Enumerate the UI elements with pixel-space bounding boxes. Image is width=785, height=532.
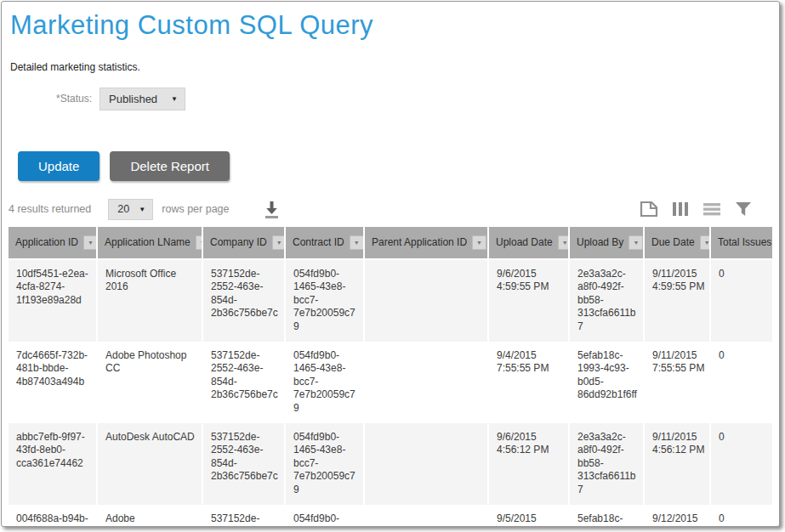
status-form-row: *Status: Published ▼ — [9, 88, 772, 110]
column-header: Total Issues▼ — [710, 227, 772, 259]
table-cell: 537152de-2552-463e-854d-2b36c756be7c — [202, 259, 285, 342]
table-cell: 054fd9b0-1465-43e8-bcc7-7e7b20059c79 — [285, 423, 364, 505]
table-cell: 9/4/2015 7:55:55 PM — [488, 342, 569, 423]
table-cell: 004f688a-b94b-4ccf-86de-e4b9cbbb9cde — [9, 505, 97, 527]
column-header: Due Date▼ — [644, 227, 710, 259]
table-cell: 9/6/2015 4:59:55 PM — [488, 259, 569, 342]
table-cell: 2e3a3a2c-a8f0-492f-bb58-313cfa6611b7 — [569, 259, 644, 342]
report-window: Marketing Custom SQL Query Detailed mark… — [1, 1, 780, 527]
results-bar-left: 4 results returned 20 ▼ rows per page — [9, 199, 282, 220]
chevron-down-icon: ▼ — [171, 95, 178, 103]
table-cell: 5efab18c-1993-4c93-b0d5-86dd92b1f6ff — [569, 342, 644, 423]
table-cell: Adobe Photoshop CC — [97, 342, 202, 423]
row-density-icon[interactable] — [703, 201, 721, 218]
column-header-label: Upload Date — [496, 236, 553, 248]
table-cell: 054fd9b0-1465-43e8-bcc7-7e7b20059c79 — [285, 342, 364, 423]
column-header: Application ID▼ — [9, 227, 97, 259]
table-cell: 10df5451-e2ea-4cfa-8274-1f193e89a28d — [9, 259, 97, 342]
table-cell: 9/6/2015 4:56:12 PM — [488, 423, 569, 505]
header-row: Application ID▼Application LName▼Company… — [9, 227, 772, 259]
column-header: Company ID▼ — [202, 227, 285, 259]
status-label: *Status: — [9, 93, 100, 105]
column-header-label: Application LName — [105, 236, 191, 248]
rows-per-page-label: rows per page — [162, 203, 229, 215]
table-cell: 0 — [710, 342, 772, 423]
column-header-label: Parent Application ID — [372, 236, 467, 248]
table-cell — [364, 259, 488, 342]
page-title: Marketing Custom SQL Query — [9, 8, 772, 41]
column-header-label: Application ID — [15, 236, 78, 248]
page-size-value: 20 — [117, 203, 129, 215]
table-cell: 9/12/2015 3:15:27 AM — [644, 505, 710, 527]
table-cell: 0 — [710, 505, 772, 527]
table-cell: 537152de-2552-463e-854d-2b36c756be7c — [202, 342, 285, 423]
results-table-container: Application ID▼Application LName▼Company… — [9, 227, 772, 527]
table-cell: 7dc4665f-732b-481b-bbde-4b87403a494b — [9, 342, 97, 423]
column-header-label: Total Issues — [718, 236, 771, 248]
column-header: Application LName▼ — [97, 227, 202, 259]
table-cell: 537152de-2552-463e-854d-2b36c756be7c — [202, 423, 285, 505]
status-select[interactable]: Published ▼ — [100, 88, 185, 110]
column-filter-button[interactable]: ▼ — [558, 235, 569, 250]
page-size-select[interactable]: 20 ▼ — [108, 199, 153, 220]
results-count: 4 results returned — [9, 203, 91, 215]
page-subtitle: Detailed marketing statistics. — [10, 61, 772, 73]
table-cell: 9/11/2015 7:55:55 PM — [644, 342, 710, 423]
table-cell: 9/11/2015 4:59:55 PM — [644, 259, 710, 342]
chevron-down-icon: ▼ — [139, 206, 145, 213]
column-header-label: Due Date — [651, 236, 695, 248]
column-header-label: Contract ID — [293, 236, 344, 248]
table-cell: 9/5/2015 3:15:27 AM — [488, 505, 569, 527]
table-row: 10df5451-e2ea-4cfa-8274-1f193e89a28dMicr… — [9, 259, 772, 342]
column-header: Contract ID▼ — [285, 227, 364, 259]
table-row: 7dc4665f-732b-481b-bbde-4b87403a494bAdob… — [9, 342, 772, 423]
update-button[interactable]: Update — [18, 151, 100, 181]
results-table: Application ID▼Application LName▼Company… — [9, 227, 772, 527]
status-select-value: Published — [109, 93, 157, 105]
column-filter-button[interactable]: ▼ — [83, 235, 97, 250]
table-cell: 5efab18c-1993-4c93-b0d5-86dd92b1f6ff — [569, 505, 644, 527]
column-header: Upload Date▼ — [488, 227, 569, 259]
table-row: 004f688a-b94b-4ccf-86de-e4b9cbbb9cdeAdob… — [9, 505, 772, 527]
column-chooser-icon[interactable] — [672, 201, 689, 218]
table-cell: Adobe Dreamweaver CC — [97, 505, 202, 527]
table-cell: 0 — [710, 423, 772, 505]
column-filter-button[interactable]: ▼ — [272, 235, 285, 250]
table-cell — [364, 423, 488, 505]
results-bar: 4 results returned 20 ▼ rows per page — [9, 199, 772, 220]
table-cell: 2e3a3a2c-a8f0-492f-bb58-313cfa6611b7 — [569, 423, 644, 505]
table-cell: AutoDesk AutoCAD — [97, 423, 202, 505]
column-header-label: Upload By — [577, 236, 623, 248]
column-header: Upload By▼ — [569, 227, 644, 259]
column-filter-button[interactable]: ▼ — [629, 235, 643, 250]
table-cell: abbc7efb-9f97-43fd-8eb0-cca361e74462 — [9, 423, 97, 505]
table-cell — [364, 505, 488, 527]
column-filter-button[interactable]: ▼ — [350, 235, 364, 250]
table-cell: 054fd9b0-1465-43e8-bcc7-7e7b20059c79 — [285, 505, 364, 527]
delete-report-button[interactable]: Delete Report — [110, 151, 230, 181]
table-cell — [364, 342, 488, 423]
table-cell: 9/11/2015 4:56:12 PM — [644, 423, 710, 505]
column-header-label: Company ID — [210, 236, 267, 248]
column-filter-button[interactable]: ▼ — [700, 235, 710, 250]
table-cell: 054fd9b0-1465-43e8-bcc7-7e7b20059c79 — [285, 259, 364, 342]
export-page-icon[interactable] — [640, 201, 658, 218]
table-cell: 537152de-2552-463e-854d-2b36c756be7c — [202, 505, 285, 527]
column-filter-button[interactable]: ▼ — [196, 235, 202, 250]
table-cell: 0 — [710, 259, 772, 342]
column-header: Parent Application ID▼ — [364, 227, 488, 259]
column-filter-button[interactable]: ▼ — [472, 235, 486, 250]
table-cell: Microsoft Office 2016 — [97, 259, 202, 342]
download-icon[interactable] — [262, 200, 282, 219]
filter-icon[interactable] — [735, 201, 752, 218]
grid-toolbar-icons — [640, 201, 769, 218]
action-buttons: Update Delete Report — [9, 151, 772, 181]
table-row: abbc7efb-9f97-43fd-8eb0-cca361e74462Auto… — [9, 423, 772, 505]
